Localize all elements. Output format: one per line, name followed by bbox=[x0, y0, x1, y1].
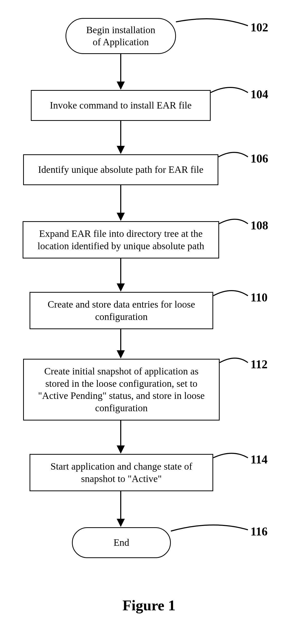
flow-node-end: End bbox=[72, 527, 171, 558]
ref-label-104: 104 bbox=[250, 87, 268, 101]
figure-caption: Figure 1 bbox=[0, 597, 298, 614]
ref-label-102: 102 bbox=[250, 21, 268, 34]
ref-label-112: 112 bbox=[250, 357, 267, 371]
flowchart-canvas: Begin installationof Application Invoke … bbox=[0, 0, 298, 644]
node-text: End bbox=[114, 536, 129, 549]
ref-label-116: 116 bbox=[250, 525, 267, 538]
node-text: Identify unique absolute path for EAR fi… bbox=[38, 164, 203, 176]
flow-node-112: Create initial snapshot of application a… bbox=[23, 359, 220, 421]
node-text: Create and store data entries for loosec… bbox=[48, 298, 195, 323]
flow-node-start: Begin installationof Application bbox=[66, 18, 176, 54]
flow-node-114: Start application and change state ofsna… bbox=[30, 454, 213, 491]
node-text: Begin installationof Application bbox=[86, 24, 155, 48]
ref-label-114: 114 bbox=[250, 453, 267, 466]
flow-node-108: Expand EAR file into directory tree at t… bbox=[23, 221, 219, 258]
flow-node-110: Create and store data entries for loosec… bbox=[30, 292, 213, 329]
ref-label-106: 106 bbox=[250, 152, 268, 165]
node-text: Start application and change state ofsna… bbox=[51, 460, 192, 485]
node-text: Invoke command to install EAR file bbox=[50, 99, 192, 112]
flow-node-104: Invoke command to install EAR file bbox=[31, 90, 211, 121]
ref-label-108: 108 bbox=[250, 219, 268, 232]
node-text: Create initial snapshot of application a… bbox=[38, 365, 204, 414]
flow-node-106: Identify unique absolute path for EAR fi… bbox=[23, 154, 218, 185]
node-text: Expand EAR file into directory tree at t… bbox=[38, 228, 204, 252]
ref-label-110: 110 bbox=[250, 291, 267, 304]
